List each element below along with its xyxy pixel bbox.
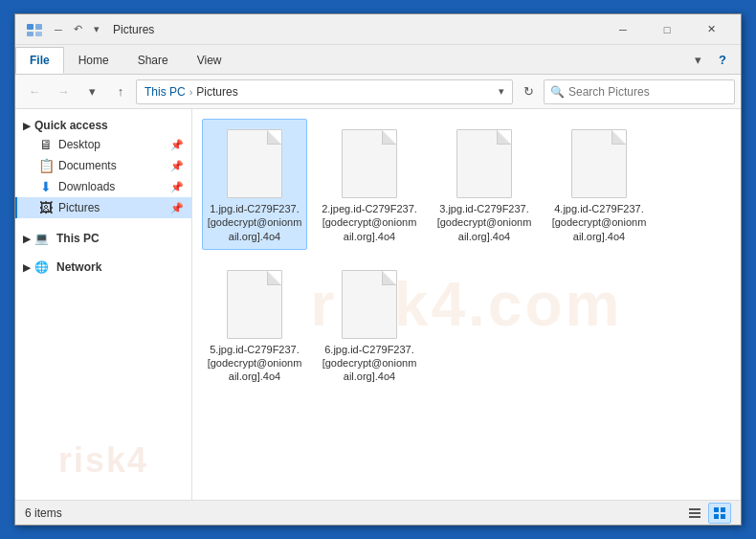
file-item[interactable]: 4.jpg.id-C279F237.[godecrypt@onionmail.o… — [546, 119, 652, 250]
network-icon: 🌐 — [34, 260, 49, 274]
qs-dropdown[interactable]: ▾ — [88, 21, 105, 38]
sidebar-item-documents-label: Documents — [58, 159, 117, 172]
address-bar: ← → ▾ ↑ This PC › Pictures ▾ ↻ 🔍 — [15, 75, 741, 109]
file-item[interactable]: 2.jpeg.id-C279F237.[godecrypt@onionmail.… — [317, 119, 422, 250]
tab-view[interactable]: View — [183, 47, 236, 74]
file-name: 4.jpg.id-C279F237.[godecrypt@onionmail.o… — [551, 202, 647, 243]
files-grid: 1.jpg.id-C279F237.[godecrypt@onionmail.o… — [202, 119, 731, 391]
file-page — [456, 129, 512, 198]
network-header[interactable]: ▶ 🌐 Network — [15, 257, 191, 276]
status-bar: 6 items — [15, 500, 741, 525]
file-item[interactable]: 6.jpg.id-C279F237.[godecrypt@onionmail.o… — [317, 259, 422, 391]
qs-undo[interactable]: ↶ — [69, 21, 86, 38]
tab-file[interactable]: File — [15, 47, 64, 74]
this-pc-computer-icon: 💻 — [34, 232, 49, 245]
help-icon[interactable]: ? — [712, 49, 733, 70]
svg-rect-0 — [27, 24, 33, 30]
documents-icon: 📋 — [38, 158, 54, 173]
breadcrumb-sep1: › — [189, 86, 193, 98]
file-name: 5.jpg.id-C279F237.[godecrypt@onionmail.o… — [207, 343, 302, 384]
downloads-icon: ⬇ — [38, 179, 54, 194]
ribbon-collapse-icon[interactable]: ▾ — [687, 49, 708, 70]
minimize-button[interactable]: ─ — [601, 14, 645, 45]
file-item[interactable]: 3.jpg.id-C279F237.[godecrypt@onionmail.o… — [432, 119, 537, 250]
forward-button[interactable]: → — [50, 79, 77, 105]
file-item[interactable]: 1.jpg.id-C279F237.[godecrypt@onionmail.o… — [202, 119, 307, 250]
breadcrumb-dropdown-icon[interactable]: ▾ — [499, 85, 504, 98]
network-chevron-icon: ▶ — [23, 262, 31, 273]
pictures-icon: 🖼 — [38, 200, 54, 215]
file-page — [342, 129, 397, 198]
svg-rect-6 — [689, 516, 700, 518]
refresh-button[interactable]: ↻ — [515, 79, 542, 105]
quick-save-buttons: ─ ↶ ▾ — [50, 21, 105, 38]
file-name: 6.jpg.id-C279F237.[godecrypt@onionmail.o… — [322, 343, 417, 384]
file-page — [571, 129, 627, 198]
quick-access-header[interactable]: ▶ Quick access — [15, 115, 191, 134]
svg-rect-2 — [27, 32, 33, 36]
pin-icon: 📌 — [170, 202, 184, 214]
list-view-button[interactable] — [683, 503, 706, 524]
breadcrumb-pictures[interactable]: Pictures — [196, 85, 237, 99]
sidebar-item-pictures[interactable]: 🖼 Pictures 📌 — [15, 197, 191, 218]
file-page — [227, 129, 282, 198]
file-icon-4 — [224, 266, 285, 339]
breadcrumb[interactable]: This PC › Pictures ▾ — [136, 79, 513, 104]
close-button[interactable]: ✕ — [689, 14, 733, 45]
pin-icon: 📌 — [170, 181, 184, 193]
this-pc-header[interactable]: ▶ 💻 This PC — [15, 228, 191, 247]
sidebar-watermark: risk4 — [58, 440, 148, 481]
svg-rect-1 — [35, 24, 42, 30]
dropdown-button[interactable]: ▾ — [78, 79, 105, 105]
grid-view-button[interactable] — [708, 503, 731, 524]
sidebar: risk4 ▶ Quick access 🖥 Desktop 📌 📋 Docum… — [15, 109, 192, 500]
main-area: risk4 ▶ Quick access 🖥 Desktop 📌 📋 Docum… — [15, 109, 741, 500]
file-name: 3.jpg.id-C279F237.[godecrypt@onionmail.o… — [436, 202, 532, 243]
sidebar-item-desktop-label: Desktop — [58, 138, 100, 151]
search-box[interactable]: 🔍 — [544, 79, 735, 104]
svg-rect-4 — [689, 508, 700, 510]
file-item[interactable]: 5.jpg.id-C279F237.[godecrypt@onionmail.o… — [202, 259, 307, 391]
quick-access-label: Quick access — [34, 119, 108, 132]
svg-rect-5 — [689, 512, 700, 514]
search-input[interactable] — [568, 85, 728, 99]
file-icon-2 — [454, 125, 515, 198]
up-button[interactable]: ↑ — [107, 79, 134, 105]
svg-rect-10 — [721, 514, 725, 519]
this-pc-label: This PC — [56, 232, 100, 245]
svg-rect-8 — [721, 507, 725, 512]
svg-rect-9 — [714, 514, 719, 519]
file-icon-3 — [568, 125, 630, 198]
file-page — [342, 270, 397, 339]
quick-access-chevron-icon: ▶ — [23, 121, 31, 131]
list-view-icon — [688, 506, 701, 520]
title-bar: ─ ↶ ▾ Pictures ─ □ ✕ — [15, 14, 741, 45]
desktop-icon: 🖥 — [38, 137, 54, 152]
explorer-window: ─ ↶ ▾ Pictures ─ □ ✕ File Home Share Vie… — [14, 13, 742, 526]
maximize-button[interactable]: □ — [645, 14, 689, 45]
ribbon: File Home Share View ▾ ? — [15, 45, 741, 75]
back-button[interactable]: ← — [21, 79, 48, 105]
file-area: risk4.com 1.jpg.id-C279F237.[godecrypt@o… — [192, 109, 741, 500]
tab-home[interactable]: Home — [64, 47, 123, 74]
window-controls: ─ □ ✕ — [601, 14, 733, 45]
status-text: 6 items — [25, 506, 683, 520]
ribbon-tabs: File Home Share View ▾ ? — [15, 45, 741, 74]
breadcrumb-thispc[interactable]: This PC — [145, 85, 186, 99]
ribbon-chevron-area: ▾ ? — [687, 45, 741, 74]
network-group: ▶ 🌐 Network — [15, 257, 191, 276]
sidebar-item-desktop[interactable]: 🖥 Desktop 📌 — [15, 134, 191, 155]
quick-access-group: ▶ Quick access 🖥 Desktop 📌 📋 Documents 📌… — [15, 115, 191, 218]
network-label: Network — [56, 260, 101, 274]
qs-dash[interactable]: ─ — [50, 21, 67, 38]
file-icon-0 — [224, 125, 285, 198]
file-page — [227, 270, 282, 339]
window-title: Pictures — [113, 23, 601, 36]
sidebar-item-downloads-label: Downloads — [58, 180, 115, 193]
file-icon-1 — [339, 125, 400, 198]
grid-view-icon — [713, 506, 726, 520]
file-name: 1.jpg.id-C279F237.[godecrypt@onionmail.o… — [207, 202, 302, 243]
sidebar-item-documents[interactable]: 📋 Documents 📌 — [15, 155, 191, 176]
sidebar-item-downloads[interactable]: ⬇ Downloads 📌 — [15, 176, 191, 197]
tab-share[interactable]: Share — [123, 47, 183, 74]
